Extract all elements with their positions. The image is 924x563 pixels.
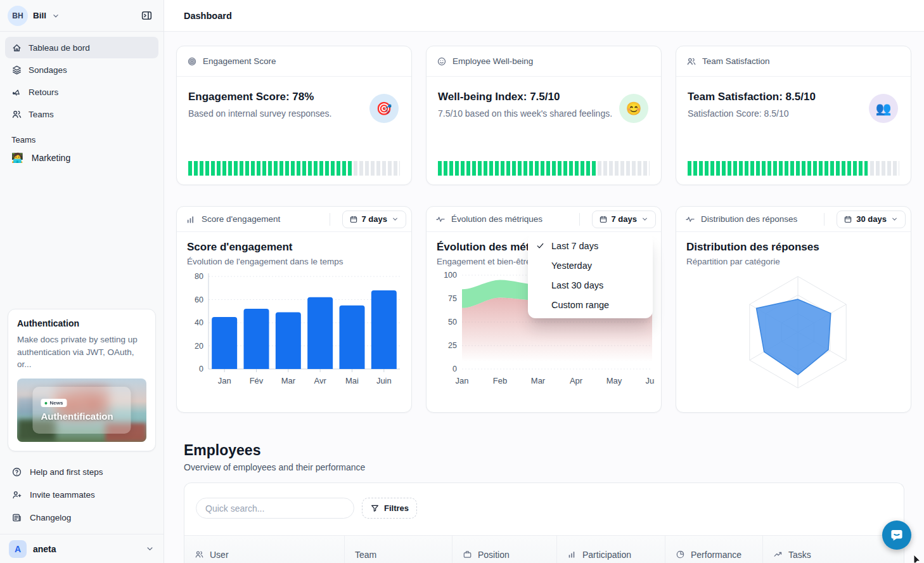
- menu-item-yesterday[interactable]: Yesterday: [528, 256, 653, 275]
- workspace-switcher[interactable]: A aneta: [0, 534, 164, 563]
- workspace-avatar: A: [9, 540, 27, 558]
- svg-text:25: 25: [448, 341, 457, 350]
- user-name[interactable]: Bill: [33, 11, 46, 20]
- divider: [824, 213, 825, 226]
- menu-item-last-7-days[interactable]: Last 7 days: [528, 236, 653, 256]
- stat-card-header: Engagement Score: [177, 46, 411, 77]
- date-range-label: 7 days: [362, 214, 387, 224]
- sidebar-item-help-and-first-steps[interactable]: Help and first steps: [5, 460, 158, 483]
- sidebar-footer-nav: Help and first stepsInvite teammatesChan…: [0, 460, 164, 529]
- stat-card-body: Team Satisfaction: 8.5/10 Satisfaction S…: [676, 77, 911, 119]
- sidebar-nav: Tableau de bordSondagesRetoursTeams: [0, 32, 164, 126]
- chart-card-header: Score d'engagement 7 days: [177, 207, 411, 232]
- column-header-performance[interactable]: Performance: [665, 536, 762, 563]
- chevron-down-icon: [890, 215, 899, 223]
- sidebar-item-label: Changelog: [30, 513, 71, 522]
- menu-item-last-30-days[interactable]: Last 30 days: [528, 275, 653, 295]
- svg-text:Jun: Jun: [646, 376, 655, 385]
- menu-item-custom-range[interactable]: Custom range: [528, 295, 653, 314]
- sidebar-item-sondages[interactable]: Sondages: [5, 59, 158, 81]
- menu-item-label: Custom range: [551, 300, 609, 310]
- stat-emoji-badge: 👥: [869, 94, 898, 123]
- chat-bubble-icon: [889, 527, 904, 543]
- column-header-user[interactable]: User: [184, 536, 344, 563]
- column-header-participation[interactable]: Participation: [556, 536, 665, 563]
- calendar-icon: [599, 215, 608, 224]
- date-range-button[interactable]: 7 days: [342, 210, 406, 228]
- pulse-icon: [435, 214, 446, 224]
- search-input[interactable]: [196, 498, 354, 519]
- stat-card-header-title: Team Satisfaction: [702, 56, 770, 66]
- svg-text:Feb: Feb: [493, 376, 507, 385]
- stat-subtext: 7.5/10 based on this week's shared feeli…: [438, 108, 650, 119]
- user-avatar[interactable]: BH: [8, 6, 28, 26]
- sidebar-item-tableau-de-bord[interactable]: Tableau de bord: [5, 37, 158, 58]
- target-icon: [187, 56, 197, 67]
- chart-subtitle: Répartition par catégorie: [686, 257, 901, 266]
- news-badge: News: [41, 399, 67, 407]
- stat-card-header-title: Engagement Score: [203, 56, 276, 66]
- stat-card-body: Well-being Index: 7.5/10 7.5/10 based on…: [427, 77, 661, 119]
- column-header-team[interactable]: Team: [344, 536, 452, 563]
- date-range-menu: Last 7 days Yesterday Last 30 days Custo…: [528, 232, 653, 318]
- sidebar-header: BH Bill: [0, 0, 164, 32]
- filters-button[interactable]: Filtres: [362, 498, 417, 519]
- stat-card-header: Employee Well-being: [427, 46, 661, 77]
- sidebar-item-label: Tableau de bord: [29, 43, 90, 53]
- panel-collapse-icon: [141, 10, 153, 22]
- sidebar-item-invite-teammates[interactable]: Invite teammates: [5, 483, 158, 506]
- employees-table-card: Filtres User Team Position Participation…: [184, 482, 904, 563]
- radar-chart: [686, 270, 904, 394]
- stat-subtext: Satisfaction Score: 8.5/10: [688, 108, 899, 119]
- bar-chart: 020406080JanFévMarAvrMaiJuin: [187, 270, 405, 388]
- chart-card-body: Distribution des réponses Répartition pa…: [676, 232, 911, 394]
- briefcase-icon: [463, 550, 472, 559]
- chat-launcher-button[interactable]: [882, 521, 911, 550]
- stat-emoji-badge: 🎯: [369, 94, 399, 123]
- news-dot-icon: [44, 402, 47, 404]
- svg-text:Mar: Mar: [531, 376, 546, 385]
- changelog-icon: [11, 512, 22, 523]
- promo-description: Make docs private by setting up authenti…: [17, 333, 146, 371]
- stat-progress-bar: [688, 161, 899, 176]
- team-item-marketing[interactable]: 🧑‍💻Marketing: [0, 146, 164, 169]
- chevron-down-icon: [391, 215, 399, 223]
- menu-item-label: Yesterday: [551, 261, 592, 271]
- svg-text:Mai: Mai: [345, 376, 359, 385]
- column-header-label: Performance: [691, 550, 741, 560]
- svg-text:Jan: Jan: [218, 376, 231, 385]
- chart-card-header-title: Distribution des réponses: [701, 214, 797, 224]
- promo-image-overlay: News Authentification: [32, 387, 131, 434]
- stat-card-header: Team Satisfaction: [676, 46, 911, 77]
- users-icon: [11, 109, 22, 120]
- employees-title: Employees: [184, 442, 260, 459]
- promo-card[interactable]: Authentication Make docs private by sett…: [8, 309, 156, 451]
- table-toolbar: Filtres: [184, 483, 904, 519]
- sidebar-item-teams[interactable]: Teams: [5, 103, 158, 125]
- chart-card-header-title: Score d'engagement: [202, 214, 280, 224]
- chart-card-header: Distribution des réponses 30 days: [676, 207, 911, 232]
- chevron-down-icon: [641, 215, 649, 223]
- promo-image[interactable]: News Authentification: [17, 379, 146, 442]
- chevron-down-icon: [145, 544, 155, 553]
- collapse-sidebar-button[interactable]: [137, 6, 156, 25]
- svg-text:20: 20: [195, 342, 203, 351]
- chart-subtitle: Évolution de l'engagement dans le temps: [187, 257, 401, 266]
- date-range-button[interactable]: 30 days: [837, 210, 906, 228]
- home-icon: [11, 42, 22, 53]
- svg-text:Fév: Fév: [250, 376, 264, 385]
- date-range-button[interactable]: 7 days: [592, 210, 656, 228]
- column-header-position[interactable]: Position: [452, 536, 556, 563]
- menu-item-label: Last 7 days: [551, 241, 598, 251]
- svg-text:Mar: Mar: [281, 376, 296, 385]
- teams-list: 🧑‍💻Marketing: [0, 146, 164, 169]
- sidebar-item-label: Retours: [29, 87, 58, 97]
- column-header-label: User: [210, 550, 229, 560]
- stat-headline: Well-being Index: 7.5/10: [438, 91, 650, 103]
- stat-card-0: Engagement Score Engagement Score: 78% B…: [176, 46, 412, 185]
- stat-card-2: Team Satisfaction Team Satisfaction: 8.5…: [676, 46, 911, 185]
- sidebar-item-label: Sondages: [29, 65, 67, 75]
- sidebar-item-retours[interactable]: Retours: [5, 81, 158, 103]
- svg-text:0: 0: [452, 365, 457, 373]
- sidebar-item-changelog[interactable]: Changelog: [5, 506, 158, 529]
